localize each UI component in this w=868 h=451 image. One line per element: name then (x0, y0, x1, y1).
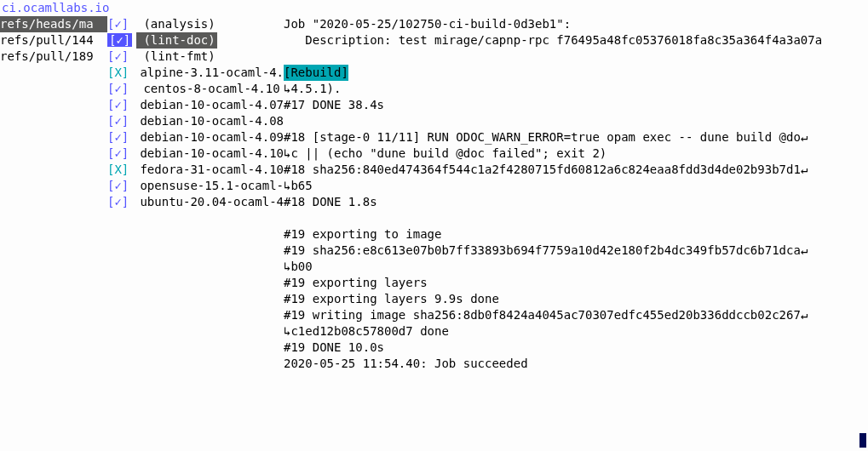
ref-item[interactable]: refs/pull/144 (0, 32, 107, 49)
header-url: ci.ocamllabs.io (0, 0, 868, 16)
job-item[interactable]: [✓] (analysis) (107, 16, 284, 32)
log-line (284, 49, 868, 65)
status-badge: [✓] (107, 113, 133, 129)
job-name: centos-8-ocaml-4.10 (136, 81, 280, 97)
status-badge: [X] (107, 65, 133, 81)
ref-item[interactable]: refs/heads/ma (0, 16, 107, 32)
status-badge: [✓] (107, 16, 136, 32)
log-line: #19 exporting to image (284, 226, 868, 243)
wrap-arrow-icon: ↵ (801, 163, 808, 176)
job-name: opensuse-15.1-ocaml- (133, 178, 284, 194)
job-name: alpine-3.11-ocaml-4. (133, 65, 284, 81)
job-item[interactable]: [✓] (lint-fmt) (107, 49, 284, 65)
status-badge: [✓] (107, 129, 133, 146)
log-line: #18 DONE 1.8s (284, 194, 868, 210)
log-line: #19 DONE 10.0s (284, 340, 868, 356)
wrap-arrow-icon: ↵ (801, 243, 808, 257)
log-line: #19 writing image sha256:8db0f8424a4045a… (284, 307, 868, 323)
wrap-cont-icon: ↳ (284, 179, 290, 192)
wrap-arrow-icon: ↵ (801, 130, 808, 144)
wrap-arrow-icon: ↵ (801, 308, 808, 322)
wrap-cont-icon: ↳ (284, 146, 290, 160)
job-item[interactable]: [X] alpine-3.11-ocaml-4. (107, 65, 284, 81)
status-badge: [✓] (107, 146, 133, 162)
job-name: (analysis) (136, 16, 216, 32)
status-badge: [✓] (107, 194, 133, 210)
log-line: 2020-05-25 11:54.40: Job succeeded (284, 356, 868, 372)
wrap-cont-icon: ↳ (284, 324, 290, 338)
status-badge: [✓] (107, 33, 132, 47)
job-item[interactable]: [✓] debian-10-ocaml-4.10 (107, 146, 284, 162)
job-item[interactable]: [✓] debian-10-ocaml-4.08 (107, 113, 284, 129)
job-name: debian-10-ocaml-4.08 (133, 113, 284, 129)
log-line: Description: test mirage/capnp-rpc f7649… (284, 32, 868, 49)
log-column: Job "2020-05-25/102750-ci-build-0d3eb1":… (284, 16, 868, 372)
status-badge: [X] (107, 162, 133, 178)
log-line: #19 exporting layers 9.9s done (284, 291, 868, 307)
job-item[interactable]: [✓] centos-8-ocaml-4.10 (107, 81, 284, 97)
log-line: #18 [stage-0 11/11] RUN ODOC_WARN_ERROR=… (284, 129, 868, 146)
job-name: debian-10-ocaml-4.09 (133, 129, 284, 146)
jobs-column: [✓] (analysis)[✓] (lint-doc)[✓] (lint-fm… (107, 16, 284, 210)
job-item[interactable]: [✓] (lint-doc) (107, 32, 284, 49)
refs-column: refs/heads/marefs/pull/144refs/pull/189 (0, 16, 107, 65)
job-item[interactable]: [X] fedora-31-ocaml-4.10 (107, 162, 284, 178)
wrap-cont-icon: ↳ (284, 82, 290, 95)
log-line: ↳b00 (284, 259, 868, 275)
log-line (284, 210, 868, 226)
job-name: fedora-31-ocaml-4.10 (133, 162, 284, 178)
log-line: #19 sha256:e8c613e07b0b7ff33893b694f7759… (284, 243, 868, 259)
status-badge: [✓] (107, 81, 136, 97)
log-line: Job "2020-05-25/102750-ci-build-0d3eb1": (284, 16, 868, 32)
job-name: ubuntu-20.04-ocaml-4 (133, 194, 284, 210)
log-line: #18 sha256:840ed474364f544c1a2f4280715fd… (284, 162, 868, 178)
log-line: ↳c1ed12b08c57800d7 done (284, 323, 868, 340)
job-item[interactable]: [✓] ubuntu-20.04-ocaml-4 (107, 194, 284, 210)
job-item[interactable]: [✓] debian-10-ocaml-4.09 (107, 129, 284, 146)
log-line: [Rebuild] (284, 65, 868, 81)
terminal-cursor (859, 433, 866, 448)
job-name: (lint-doc) (136, 32, 217, 49)
log-line (284, 113, 868, 129)
log-line: ↳b65 (284, 178, 868, 194)
job-item[interactable]: [✓] opensuse-15.1-ocaml- (107, 178, 284, 194)
job-item[interactable]: [✓] debian-10-ocaml-4.07 (107, 97, 284, 113)
rebuild-button[interactable]: [Rebuild] (284, 65, 348, 81)
job-name: debian-10-ocaml-4.10 (133, 146, 284, 162)
log-line: #17 DONE 38.4s (284, 97, 868, 113)
log-line: ↳4.5.1). (284, 81, 868, 97)
status-badge: [✓] (107, 97, 133, 113)
job-name: debian-10-ocaml-4.07 (133, 97, 284, 113)
status-badge: [✓] (107, 49, 136, 65)
log-line: #19 exporting layers (284, 275, 868, 291)
log-line: ↳c || (echo "dune build @doc failed"; ex… (284, 146, 868, 162)
wrap-cont-icon: ↳ (284, 260, 290, 273)
status-badge: [✓] (107, 178, 133, 194)
ref-item[interactable]: refs/pull/189 (0, 49, 107, 65)
job-name: (lint-fmt) (136, 49, 216, 65)
